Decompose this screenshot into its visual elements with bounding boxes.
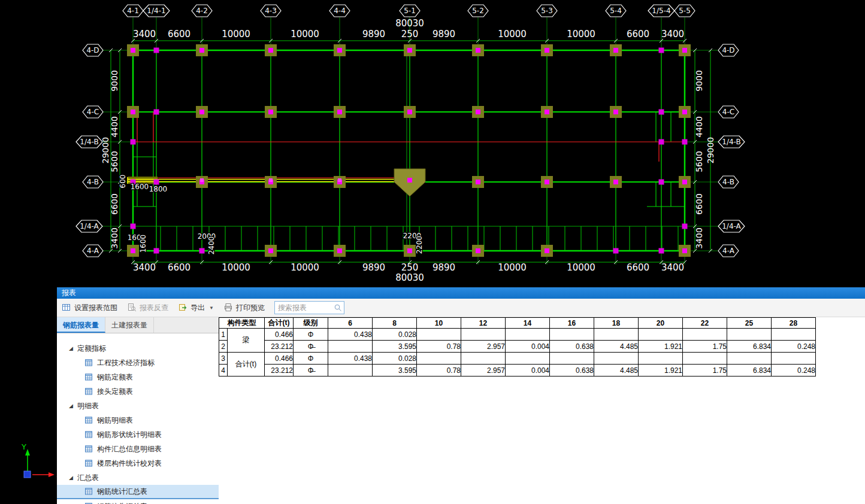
table-icon [84, 387, 93, 396]
value-cell: 0.438 [328, 353, 373, 365]
value-cell [594, 329, 639, 341]
table-row: 4 23.212 Φ̶ 3.595 0.78 2.957 0.004 0.638… [219, 365, 816, 377]
tab-civil-reports[interactable]: 土建报表量 [105, 317, 154, 333]
tree-item-label: 楼层构件统计校对表 [97, 459, 162, 469]
grade-cell: Φ̶ [294, 365, 328, 377]
report-titlebar: 报表 [57, 287, 865, 299]
svg-text:250: 250 [401, 262, 419, 273]
col-header: 合计(t) [265, 318, 294, 329]
tree-group-detail[interactable]: ◢ 明细表 [57, 399, 219, 413]
svg-text:10000: 10000 [567, 29, 595, 40]
report-tabs: 钢筋报表量 土建报表量 [57, 317, 219, 333]
svg-text:10000: 10000 [291, 262, 319, 273]
export-button[interactable]: 导出 ▼ [178, 303, 214, 313]
report-table-area: 构件类型 合计(t) 级别 6 8 10 12 14 16 18 20 22 2… [219, 317, 865, 504]
table-icon [84, 416, 93, 424]
tree-item-rebar-stat-summary[interactable]: 钢筋统计汇总表 [57, 485, 219, 499]
value-cell: 1.75 [683, 341, 727, 353]
table-icon [84, 445, 93, 453]
tab-rebar-reports[interactable]: 钢筋报表量 [57, 317, 105, 333]
print-preview-button[interactable]: 打印预览 [223, 303, 265, 313]
svg-text:3400: 3400 [133, 262, 156, 273]
report-toolbar: 设置报表范围 报表反查 导出 ▼ 打印预览 [57, 299, 865, 317]
report-backcheck-button[interactable]: 报表反查 [127, 303, 168, 313]
svg-text:1800: 1800 [149, 185, 168, 193]
svg-text:80030: 80030 [395, 272, 424, 283]
col-header: 8 [373, 318, 417, 329]
svg-text:5600: 5600 [110, 151, 119, 172]
svg-text:5600: 5600 [694, 151, 704, 172]
svg-text:4-2: 4-2 [196, 7, 208, 15]
tree-group-label: 定额指标 [77, 344, 106, 354]
svg-text:4-3: 4-3 [265, 7, 277, 15]
svg-text:4-D: 4-D [86, 46, 99, 54]
value-cell [328, 365, 373, 377]
value-cell [506, 329, 550, 341]
value-cell: 0.638 [550, 341, 594, 353]
dimension-lines [111, 41, 710, 262]
svg-text:4-B: 4-B [722, 178, 734, 186]
collapse-icon: ◢ [69, 403, 73, 409]
dimension-labels-top: 80030 3400 6600 10000 10000 9890 250 989… [133, 18, 684, 40]
tree-item-rebar-quota[interactable]: 钢筋定额表 [57, 370, 219, 384]
value-cell [594, 353, 639, 365]
svg-text:5-2: 5-2 [472, 7, 484, 15]
row-number: 3 [219, 353, 228, 365]
report-panel: 报表 设置报表范围 报表反查 导出 ▼ [57, 287, 865, 504]
tree-group-summary[interactable]: ◢ 汇总表 [57, 470, 219, 485]
value-cell: 0.004 [506, 365, 550, 377]
svg-text:3400: 3400 [694, 227, 704, 249]
col-header: 6 [328, 318, 373, 329]
value-cell: 4.485 [594, 365, 639, 377]
table-header-row: 构件类型 合计(t) 级别 6 8 10 12 14 16 18 20 22 2… [219, 318, 816, 329]
svg-text:10000: 10000 [222, 29, 250, 40]
value-cell [328, 341, 373, 353]
tree-group-quota[interactable]: ◢ 定额指标 [57, 341, 219, 356]
row-number: 2 [219, 341, 228, 353]
value-cell [683, 353, 727, 365]
svg-text:2200: 2200 [415, 236, 424, 254]
tree-item-shape-stat-detail[interactable]: 钢筋形状统计明细表 [57, 427, 219, 442]
tree-item-tech-econ-index[interactable]: 工程技术经济指标 [57, 356, 219, 370]
value-cell: 6.834 [727, 365, 772, 377]
report-search-input[interactable] [275, 302, 334, 313]
svg-text:10000: 10000 [222, 262, 250, 273]
value-cell [727, 353, 772, 365]
svg-text:6600: 6600 [110, 193, 119, 215]
tree-item-joint-quota[interactable]: 接头定额表 [57, 384, 219, 399]
print-preview-label: 打印预览 [236, 303, 265, 313]
col-header: 10 [417, 318, 461, 329]
svg-text:1/4-B: 1/4-B [722, 138, 740, 146]
search-icon[interactable] [334, 303, 342, 312]
cad-canvas[interactable]: 4-1 1/4-1 4-2 4-3 4-4 5-1 5-2 5-3 5-4 1/… [0, 0, 865, 287]
tree-group-label: 汇总表 [77, 473, 99, 483]
svg-text:6600: 6600 [694, 193, 704, 215]
value-cell: 1.921 [639, 341, 683, 353]
set-report-range-button[interactable]: 设置报表范围 [62, 303, 117, 313]
svg-text:4400: 4400 [110, 116, 119, 138]
value-cell: 0.248 [772, 365, 816, 377]
table-icon [84, 487, 93, 496]
total-cell: 23.212 [265, 341, 294, 353]
svg-text:4-D: 4-D [722, 46, 734, 54]
tree-item-floor-component-check[interactable]: 楼层构件统计校对表 [57, 456, 219, 470]
value-cell [772, 353, 816, 365]
col-header: 12 [461, 318, 506, 329]
svg-text:4400: 4400 [694, 116, 704, 138]
grade-cell: Φ̶ [294, 341, 328, 353]
table-icon [84, 430, 93, 439]
value-cell [727, 329, 772, 341]
col-header: 级别 [294, 318, 328, 329]
value-cell: 0.028 [373, 353, 417, 365]
value-cell [461, 329, 506, 341]
svg-text:4-C: 4-C [722, 108, 734, 116]
svg-text:3400: 3400 [661, 29, 684, 40]
tree-item-component-summary-detail[interactable]: 构件汇总信息明细表 [57, 442, 219, 456]
svg-text:5-5: 5-5 [679, 7, 691, 15]
report-backcheck-icon [127, 303, 137, 312]
tree-item-rebar-joint-summary[interactable]: 钢筋接头汇总表 [57, 499, 219, 504]
export-icon [178, 303, 187, 312]
tree-item-rebar-detail[interactable]: 钢筋明细表 [57, 413, 219, 427]
report-tree: ◢ 定额指标 工程技术经济指标 钢筋定额表 接头定额表 ◢ 明细表 钢筋明细 [57, 333, 219, 504]
col-header: 20 [639, 318, 683, 329]
